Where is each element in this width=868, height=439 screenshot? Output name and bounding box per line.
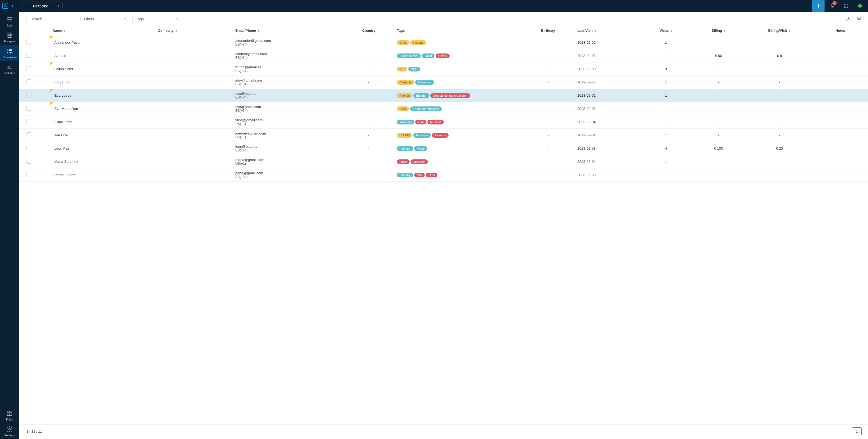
sidebar-item-floorplan[interactable]: Floorplan xyxy=(0,29,19,45)
table-row[interactable]: Eva Maria Doeeva@gmail.comES(+34)-Critic… xyxy=(19,102,868,115)
svg-point-4 xyxy=(10,49,12,51)
row-checkbox[interactable] xyxy=(27,119,31,124)
tag-pill[interactable]: Fish xyxy=(415,120,426,125)
sidebar-item-list[interactable]: List xyxy=(0,13,19,29)
sidebar: List Floorplan Customers Statistics Edit… xyxy=(0,12,19,439)
app-logo-icon[interactable] xyxy=(2,3,8,9)
tag-pill[interactable]: Celebrity xyxy=(397,80,414,85)
cell-notes xyxy=(813,102,868,115)
add-button[interactable] xyxy=(812,0,825,12)
tag-pill[interactable]: Friend of chef xyxy=(397,54,421,58)
tag-pill[interactable]: Celery xyxy=(436,54,450,58)
filters-dropdown[interactable]: Filters ▾ xyxy=(81,15,129,23)
sidebar-item-statistics[interactable]: Statistics xyxy=(0,61,19,77)
tag-pill[interactable]: Cereals containing gluten xyxy=(430,93,470,98)
table-row[interactable]: Maria Sanchezmaria@gmail.comUS(+1)-Lupin… xyxy=(19,155,868,168)
col-company[interactable]: Company▲▼ xyxy=(155,26,232,36)
row-checkbox[interactable] xyxy=(27,66,31,71)
tag-pill[interactable]: Peanuts xyxy=(432,133,448,138)
sidebar-item-label: List xyxy=(7,24,12,27)
cell-billing-visit: € 25 xyxy=(746,142,813,155)
tag-pill[interactable]: Critic xyxy=(397,40,409,45)
col-name[interactable]: Name▲▼ xyxy=(50,26,155,36)
cell-email: alexander@gmail.comES(+34) xyxy=(232,36,343,49)
tag-pill[interactable]: Musician xyxy=(397,120,414,125)
breadcrumb-chevron-icon[interactable]: › xyxy=(12,2,13,9)
search-input-wrapper[interactable] xyxy=(27,15,78,23)
tag-pill[interactable]: Press xyxy=(414,146,427,151)
svg-rect-6 xyxy=(10,411,12,413)
tag-pill[interactable]: Nuts xyxy=(426,173,437,177)
tag-pill[interactable]: Friends xyxy=(397,93,412,98)
cell-visits: 1 xyxy=(641,36,691,49)
row-checkbox[interactable] xyxy=(27,146,31,150)
table-row[interactable]: Joe Doejoedoe@gmail.comUS(+1)-VIP$$$Prod… xyxy=(19,129,868,142)
table-row[interactable]: Bruno Solerbruno@gmail.esES(+34)-VIPCEO-… xyxy=(19,63,868,76)
notifications-button[interactable]: 2 xyxy=(827,0,838,12)
tag-pill[interactable]: Molluscs xyxy=(411,159,428,164)
row-checkbox[interactable] xyxy=(27,93,31,97)
sidebar-item-customers[interactable]: Customers xyxy=(0,45,19,61)
content-toolbar: Filters ▾ Tags ▾ xyxy=(19,12,868,26)
location-prev-button[interactable]: ‹ xyxy=(19,3,27,8)
table-row[interactable]: Alfonsoalfonso@gmail.comES(+34)-Friend o… xyxy=(19,49,868,63)
location-next-button[interactable]: › xyxy=(55,3,62,8)
tag-pill[interactable]: Influencer xyxy=(415,80,434,85)
cell-name: Eloy Futon xyxy=(50,76,155,89)
status-indicator[interactable] xyxy=(854,0,866,12)
table-row[interactable]: Alexander Pusonalexander@gmail.comES(+34… xyxy=(19,36,868,49)
cell-company xyxy=(155,89,232,102)
cell-tags: FriendsBloggerCereals containing gluten xyxy=(394,89,521,102)
sidebar-item-settings[interactable]: Settings xyxy=(0,423,19,439)
tag-pill[interactable]: Milk xyxy=(414,173,425,177)
tag-pill[interactable]: Industry xyxy=(397,146,413,151)
row-checkbox[interactable] xyxy=(27,132,31,137)
customer-name: Eva Maria Doe xyxy=(54,107,78,111)
tag-pill[interactable]: CEO xyxy=(408,67,420,71)
table-scroll[interactable]: Name▲▼ Company▲▼ Email/Phone▲▼ Country T… xyxy=(19,26,868,425)
col-email[interactable]: Email/Phone▲▼ xyxy=(232,26,343,36)
tag-pill[interactable]: Friend of employee xyxy=(410,106,441,111)
table-row[interactable]: Leon Pasleon@elap.esES(+34)-IndustryPres… xyxy=(19,142,868,155)
sidebar-item-editor[interactable]: Editor xyxy=(0,407,19,423)
tag-pill[interactable]: VIP xyxy=(397,67,407,71)
table-row[interactable]: Eva Luqueeva@elap.esES(+34)-FriendsBlogg… xyxy=(19,89,868,102)
col-billing[interactable]: Billing▲▼ xyxy=(691,26,746,36)
table-row[interactable]: Perico Lopezpepe@gmail.comES(+34)-Indust… xyxy=(19,168,868,182)
tag-pill[interactable]: Local xyxy=(422,54,435,58)
cell-email: bruno@gmail.esES(+34) xyxy=(232,63,343,76)
tag-pill[interactable]: Blogger xyxy=(413,93,429,98)
col-billingvisit[interactable]: Billing/Visit▲▼ xyxy=(746,26,813,36)
print-button[interactable] xyxy=(855,15,863,23)
tag-pill[interactable]: Mustard xyxy=(427,120,444,125)
search-input[interactable] xyxy=(30,17,77,21)
table-row[interactable]: Eloy Futoneloy@gmail.comES(+34)-Celebrit… xyxy=(19,76,868,89)
svg-rect-11 xyxy=(846,20,850,21)
table-row[interactable]: Filipo Tortisfilipo@gmail.comUS(+1)-Musi… xyxy=(19,115,868,129)
tag-pill[interactable]: VIP$$$ xyxy=(397,133,412,138)
tag-pill[interactable]: Critic xyxy=(397,106,409,111)
page-button-1[interactable]: 1 xyxy=(852,427,862,435)
svg-rect-7 xyxy=(7,414,9,416)
col-visits[interactable]: Visits▲▼ xyxy=(641,26,691,36)
cell-email: leon@elap.esES(+34) xyxy=(232,142,343,155)
fullscreen-button[interactable] xyxy=(840,0,852,12)
row-checkbox[interactable] xyxy=(27,40,31,44)
tag-pill[interactable]: Lupin xyxy=(397,159,410,164)
tag-pill[interactable]: Investor xyxy=(410,40,426,45)
row-flag-icon xyxy=(50,63,53,66)
row-checkbox[interactable] xyxy=(27,172,31,177)
row-checkbox[interactable] xyxy=(27,106,31,111)
customer-name: Joe Doe xyxy=(54,133,68,137)
cell-billing-visit: - xyxy=(746,102,813,115)
download-button[interactable] xyxy=(845,15,852,23)
cell-notes xyxy=(813,155,868,168)
tags-dropdown[interactable]: Tags ▾ xyxy=(132,15,181,23)
row-checkbox[interactable] xyxy=(27,79,31,84)
tag-pill[interactable]: Producer xyxy=(413,133,431,138)
tag-pill[interactable]: Industry xyxy=(397,173,413,177)
row-checkbox[interactable] xyxy=(27,159,31,164)
col-lastvisit[interactable]: Last Visit▲▼ xyxy=(575,26,641,36)
row-checkbox[interactable] xyxy=(27,53,31,58)
cell-billing: € 90 xyxy=(691,49,746,63)
